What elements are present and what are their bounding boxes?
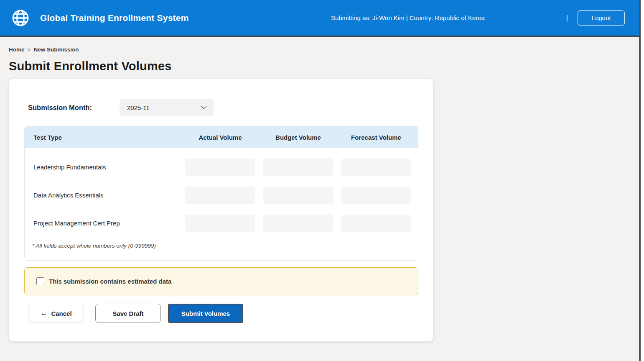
column-header-budget-volume: Budget Volume [275,134,321,141]
logout-button[interactable]: Logout [578,10,625,26]
volume-table: Test Type Actual Volume Budget Volume Fo… [24,126,418,261]
column-header-actual-volume: Actual Volume [199,134,242,141]
page-title: Submit Enrollment Volumes [9,59,639,73]
estimated-data-panel: This submission contains estimated data [24,267,418,295]
table-header-row: Test Type Actual Volume Budget Volume Fo… [25,126,418,148]
table-body: Leadership Fundamentals Data Analytics E… [25,148,418,232]
app-title: Global Training Enrollment System [40,13,189,23]
main-content: Home > New Submission Submit Enrollment … [0,37,639,342]
app-header: Global Training Enrollment System Submit… [0,0,639,37]
column-header-forecast-volume: Forecast Volume [351,134,401,141]
estimated-data-label[interactable]: This submission contains estimated data [49,278,171,285]
cancel-button[interactable]: ← Cancel [28,304,84,323]
actual-volume-input[interactable] [185,187,255,204]
test-type-label: Project Management Cert Prep [25,220,181,227]
forecast-volume-input[interactable] [341,215,411,232]
breadcrumb-current: New Submission [33,46,79,53]
input-rules-footnote: * All fields accept whole numbers only (… [32,243,418,260]
action-buttons: ← Cancel Save Draft Submit Volumes [28,304,433,323]
breadcrumb: Home > New Submission [9,46,639,53]
submission-month-value: 2025-11 [127,104,150,111]
cancel-label: Cancel [51,310,71,317]
back-arrow-icon: ← [40,309,47,317]
actual-volume-input[interactable] [185,215,255,232]
forecast-volume-input[interactable] [341,159,411,176]
table-row: Project Management Cert Prep [25,215,418,232]
user-context: Submitting as: Ji-Won Kim | Country: Rep… [331,14,485,21]
header-brand: Global Training Enrollment System [11,8,189,28]
column-header-test-type: Test Type [25,134,62,141]
submission-card: Submission Month: 2025-11 Test Type Actu… [9,79,433,342]
forecast-volume-input[interactable] [341,187,411,204]
chevron-down-icon [201,105,207,110]
breadcrumb-home[interactable]: Home [9,46,25,53]
submission-month-label: Submission Month: [28,104,120,112]
breadcrumb-separator: > [28,46,31,53]
test-type-label: Data Analytics Essentials [25,192,181,199]
save-draft-button[interactable]: Save Draft [95,304,161,323]
actual-volume-input[interactable] [185,159,255,176]
table-row: Data Analytics Essentials [25,187,418,204]
submission-month-row: Submission Month: 2025-11 [9,99,433,116]
estimated-data-checkbox[interactable] [36,277,44,285]
budget-volume-input[interactable] [263,187,333,204]
test-type-label: Leadership Fundamentals [25,164,181,171]
header-separator: | [566,14,568,22]
submission-month-select[interactable]: 2025-11 [120,99,214,116]
submit-volumes-button[interactable]: Submit Volumes [168,304,243,323]
table-row: Leadership Fundamentals [25,159,418,176]
globe-icon [11,8,30,28]
budget-volume-input[interactable] [263,215,333,232]
budget-volume-input[interactable] [263,159,333,176]
app-window: Global Training Enrollment System Submit… [0,0,641,361]
